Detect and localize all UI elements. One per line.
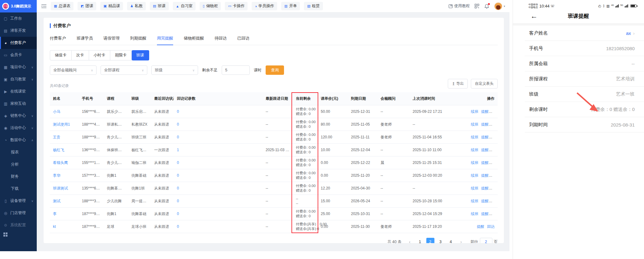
topnav-class-course[interactable]: ▤班课 (150, 2, 168, 10)
remind-link[interactable]: 提醒 (481, 135, 489, 139)
sidebar-item-workbench[interactable]: ▢工作台 (0, 12, 37, 25)
visit-link[interactable]: 回访 (491, 161, 498, 165)
topnav-private-coach[interactable]: ♟私教 (127, 2, 146, 10)
sidebar-item-study-room[interactable]: ▣自习教室∨ (0, 73, 37, 85)
search-button[interactable]: 查询 (266, 65, 284, 75)
remind-link[interactable]: 提醒 (481, 122, 489, 127)
next-page-button[interactable]: › (457, 238, 465, 243)
tutorial-button[interactable]: 使用教程 (448, 3, 470, 9)
renew-class-link[interactable]: 续班 (471, 186, 478, 190)
renew-class-link[interactable]: 续班 (471, 161, 478, 165)
sidebar-item-home-school[interactable]: ▥家校互动 (0, 98, 37, 110)
export-button[interactable]: ↥导出 (448, 79, 468, 89)
student-name-link[interactable]: 班课测试 (53, 186, 68, 190)
student-name-link[interactable]: 杨红飞 (53, 148, 64, 152)
visit-count-link[interactable]: 0 (177, 224, 179, 229)
back-arrow-icon[interactable]: ← (530, 12, 537, 20)
page-2-button[interactable]: 2 (426, 238, 434, 243)
cardtab-class-course[interactable]: 班课 (132, 50, 149, 60)
tab-paid-customers[interactable]: 付费客户 (50, 34, 66, 45)
advisor-select[interactable]: 全部会籍顾问∨ (50, 65, 97, 75)
student-name-link[interactable]: 王贵 (53, 135, 60, 139)
student-name-link[interactable]: 李 (53, 212, 57, 216)
visit-count-link[interactable]: 1 (177, 148, 179, 152)
renew-class-link[interactable]: 续班 (471, 148, 478, 152)
remind-link[interactable]: 提醒 (481, 199, 489, 203)
topnav-study-room[interactable]: ▲自习室 (173, 2, 196, 10)
renew-class-link[interactable]: 续班 (471, 135, 478, 139)
page-1-button[interactable]: 1 (416, 238, 424, 243)
visit-count-link[interactable]: 0 (177, 135, 179, 139)
page-4-button[interactable]: 4 (447, 238, 455, 243)
cardtab-term-card[interactable]: 期限卡 (110, 50, 132, 60)
cardtab-count-card[interactable]: 次卡 (72, 50, 89, 60)
sidebar-item-system-config[interactable]: ⚙系统配置 (0, 219, 37, 231)
visit-link[interactable]: 回访 (491, 148, 498, 152)
sidebar-item-finance[interactable]: 财务 (0, 170, 37, 183)
phone-row-customer-name[interactable]: 客户姓名 ax › (525, 26, 644, 41)
sidebar-item-store-management[interactable]: ◎门店管理 (0, 207, 37, 219)
sidebar-item-device-management[interactable]: ▯设备管理∨ (0, 195, 37, 207)
tab-usedup-reminder[interactable]: 用完提醒 (157, 34, 173, 45)
collapse-sidebar-button[interactable] (41, 4, 47, 8)
sidebar-item-sales-center[interactable]: ◈销售中心∨ (0, 110, 37, 122)
user-menu[interactable]: ▾ (494, 2, 505, 10)
visit-link[interactable]: 回访 (491, 109, 498, 114)
visit-count-link[interactable]: 0 (177, 186, 179, 190)
remind-link[interactable]: 提醒 (477, 224, 484, 229)
sidebar-item-download[interactable]: 下载 (0, 183, 37, 195)
tab-leave-management[interactable]: 请假管理 (103, 34, 120, 45)
remain-threshold-input[interactable] (222, 65, 250, 75)
student-name-link[interactable]: 测试使用1 (53, 122, 70, 127)
class-select[interactable]: 班级∨ (151, 65, 198, 75)
renew-class-link[interactable]: 续班 (471, 173, 478, 178)
topnav-card-ops[interactable]: ▭卡操作 (225, 2, 248, 10)
remind-link[interactable]: 提醒 (481, 212, 489, 216)
topnav-group-class[interactable]: ◩团课 (78, 2, 96, 10)
sidebar-item-prospects[interactable]: ▤潜客开发 (0, 25, 37, 37)
visit-count-link[interactable]: 0 (177, 161, 179, 165)
goto-page-input[interactable] (480, 238, 492, 243)
sidebar-item-paid-customers[interactable]: ◕付费客户 (0, 37, 37, 49)
tab-visited[interactable]: 已回访 (237, 34, 249, 45)
topnav-rental[interactable]: ▧租赁 (304, 2, 323, 10)
tab-pending-visit[interactable]: 待回访 (215, 34, 227, 45)
visit-count-link[interactable]: 0 (177, 173, 179, 178)
visit-link[interactable]: 回访 (491, 173, 498, 178)
topnav-premium-class[interactable]: ▣精品课 (100, 2, 123, 10)
renew-class-link[interactable]: 续班 (471, 199, 478, 203)
sidebar-item-member-card[interactable]: ▭会员卡 (0, 49, 37, 61)
tab-expiry-reminder[interactable]: 到期提醒 (130, 34, 146, 45)
student-name-link[interactable]: 测试 (53, 199, 60, 203)
sidebar-item-online-class[interactable]: ▶在线课堂 (0, 85, 37, 98)
prev-page-button[interactable]: ‹ (406, 238, 414, 243)
topnav-schedule[interactable]: ▦总课表 (51, 2, 73, 10)
topnav-billing[interactable]: ▥开单 (281, 2, 300, 10)
sidebar-item-reports[interactable]: 报表 (0, 146, 37, 158)
qr-code-button[interactable] (475, 4, 479, 8)
visit-link[interactable]: 回访 (491, 212, 498, 216)
topnav-student-ops[interactable]: ◑学员操作 (252, 2, 277, 10)
renew-class-link[interactable]: 续班 (471, 109, 478, 114)
visit-count-link[interactable]: 0 (177, 109, 179, 114)
sidebar-item-analysis[interactable]: 分析 (0, 158, 37, 170)
course-select[interactable]: 全部课程∨ (101, 65, 147, 75)
page-3-button[interactable]: 3 (437, 238, 445, 243)
visit-link[interactable]: 回访 (491, 135, 498, 139)
student-name-link[interactable]: 李华 (53, 173, 60, 178)
visit-count-link[interactable]: 0 (177, 212, 179, 216)
sidebar-apps-grid-button[interactable] (0, 231, 37, 239)
notifications-button[interactable] (484, 4, 489, 9)
custom-header-button[interactable]: 自定义表头 (471, 79, 498, 89)
visit-link[interactable]: 回访 (491, 199, 498, 203)
student-name-link[interactable]: 小马 (53, 109, 60, 114)
visit-count-link[interactable]: 0 (177, 122, 179, 127)
visit-count-link[interactable]: 0 (177, 199, 179, 203)
remind-link[interactable]: 提醒 (481, 109, 489, 114)
visit-link[interactable]: 回访 (491, 186, 498, 190)
remind-link[interactable]: 提醒 (481, 161, 489, 165)
tab-class-students[interactable]: 班课学员 (77, 34, 93, 45)
remind-link[interactable]: 提醒 (481, 148, 489, 152)
renew-class-link[interactable]: 续班 (471, 122, 478, 127)
sidebar-item-data-center[interactable]: ◔数据中心∧ (0, 134, 37, 146)
